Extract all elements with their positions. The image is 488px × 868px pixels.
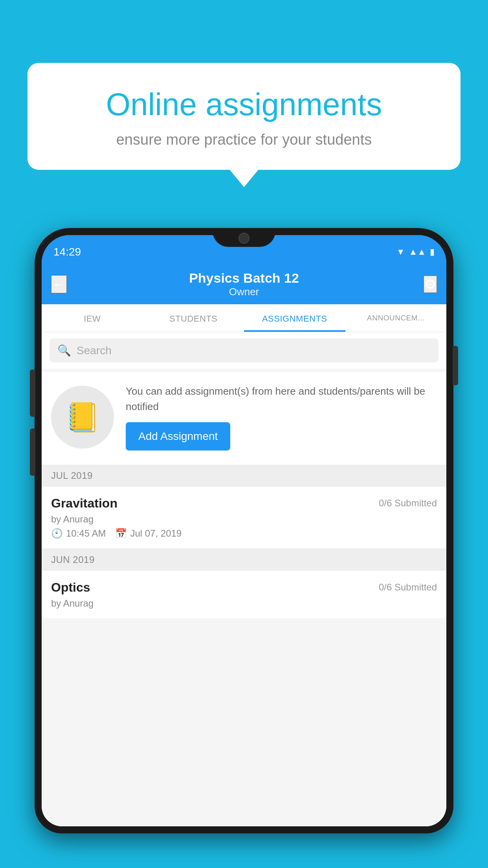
status-time: 14:29 [53, 246, 81, 258]
section-header-jul: JUL 2019 [42, 465, 446, 487]
notebook-icon: 📒 [65, 401, 100, 434]
tab-iew[interactable]: IEW [42, 304, 143, 332]
assignment-item-optics[interactable]: Optics 0/6 Submitted by Anurag [42, 571, 446, 619]
screen-content: 🔍 Search 📒 You can add assignment(s) fro… [42, 332, 446, 826]
wifi-icon: ▼ [396, 247, 405, 257]
signal-icon: ▲▲ [409, 247, 426, 257]
settings-button[interactable]: ⚙ [424, 276, 437, 293]
front-camera [238, 233, 250, 244]
volume-up-button [30, 370, 35, 417]
header-title: Physics Batch 12 Owner [189, 270, 299, 298]
assignment-top-optics: Optics 0/6 Submitted [51, 580, 437, 595]
tab-iew-label: IEW [84, 314, 101, 324]
assignment-meta-row-gravitation: 🕙 10:45 AM 📅 Jul 07, 2019 [51, 528, 437, 539]
assignment-top-gravitation: Gravitation 0/6 Submitted [51, 496, 437, 511]
calendar-icon: 📅 [115, 528, 127, 539]
assignment-author-optics: by Anurag [51, 598, 437, 609]
speech-bubble-subtitle: ensure more practice for your students [55, 131, 433, 148]
search-bar[interactable]: 🔍 Search [50, 338, 438, 362]
section-header-jun: JUN 2019 [42, 549, 446, 571]
tab-students-label: STUDENTS [169, 314, 218, 324]
add-assignment-description: You can add assignment(s) from here and … [126, 384, 437, 414]
section-jun-label: JUN 2019 [51, 554, 95, 565]
search-placeholder: Search [77, 344, 112, 357]
volume-down-button [30, 428, 35, 476]
phone-container: 14:29 ▼ ▲▲ ▮ ← Physics Batch 12 Owner ⚙ [35, 228, 453, 868]
speech-bubble: Online assignments ensure more practice … [28, 63, 460, 170]
assignment-item-gravitation[interactable]: Gravitation 0/6 Submitted by Anurag 🕙 10… [42, 487, 446, 549]
tab-assignments[interactable]: ASSIGNMENTS [244, 304, 345, 332]
tab-assignments-label: ASSIGNMENTS [262, 314, 327, 324]
app-header-content: ← Physics Batch 12 Owner ⚙ [42, 263, 446, 304]
tab-students[interactable]: STUDENTS [143, 304, 244, 332]
submitted-count-optics: 0/6 Submitted [379, 582, 437, 593]
add-assignment-button[interactable]: Add Assignment [126, 422, 230, 451]
speech-bubble-title: Online assignments [55, 86, 433, 123]
batch-role: Owner [229, 286, 259, 298]
time-value-gravitation: 10:45 AM [66, 528, 106, 539]
tabs-bar: IEW STUDENTS ASSIGNMENTS ANNOUNCEM... [42, 304, 446, 332]
power-button [453, 346, 458, 385]
assignment-name-optics: Optics [51, 580, 90, 595]
assignment-name-gravitation: Gravitation [51, 496, 117, 511]
back-button[interactable]: ← [51, 275, 67, 293]
assignment-time-gravitation: 🕙 10:45 AM [51, 528, 106, 539]
add-assignment-section: 📒 You can add assignment(s) from here an… [42, 372, 446, 465]
assignment-icon-circle: 📒 [51, 386, 114, 449]
search-bar-wrap: 🔍 Search [42, 332, 446, 369]
status-icons: ▼ ▲▲ ▮ [396, 247, 435, 257]
phone-outer: 14:29 ▼ ▲▲ ▮ ← Physics Batch 12 Owner ⚙ [35, 228, 453, 833]
phone-notch [213, 228, 275, 247]
tab-announcements-label: ANNOUNCEM... [367, 314, 424, 322]
tab-announcements[interactable]: ANNOUNCEM... [345, 304, 447, 332]
section-jul-label: JUL 2019 [51, 470, 93, 481]
phone-screen: 14:29 ▼ ▲▲ ▮ ← Physics Batch 12 Owner ⚙ [42, 235, 446, 826]
add-assignment-right: You can add assignment(s) from here and … [126, 384, 437, 451]
date-value-gravitation: Jul 07, 2019 [130, 528, 182, 539]
batch-name: Physics Batch 12 [189, 270, 299, 286]
submitted-count-gravitation: 0/6 Submitted [379, 498, 437, 509]
clock-icon: 🕙 [51, 528, 63, 539]
assignment-date-gravitation: 📅 Jul 07, 2019 [115, 528, 182, 539]
speech-bubble-area: Online assignments ensure more practice … [28, 63, 460, 170]
assignment-author-gravitation: by Anurag [51, 514, 437, 525]
search-icon: 🔍 [57, 344, 71, 357]
battery-icon: ▮ [430, 247, 435, 257]
